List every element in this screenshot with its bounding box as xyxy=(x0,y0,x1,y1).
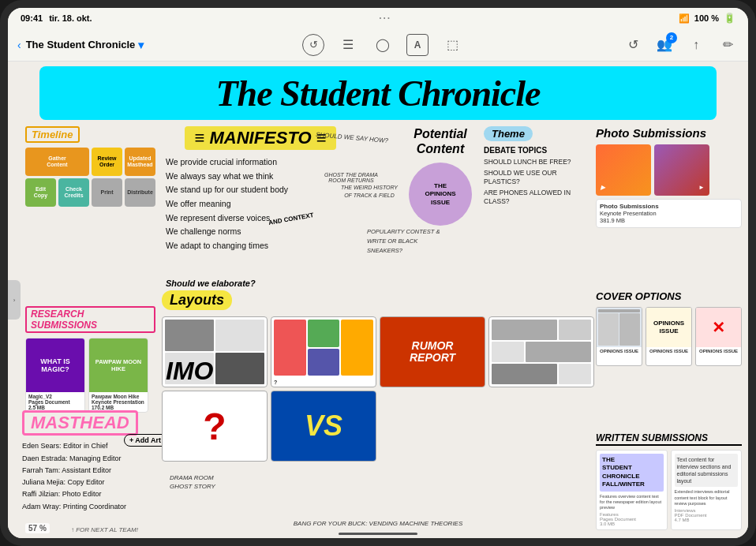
title-text: The Student Chronicle xyxy=(216,73,541,114)
cover-options-section: COVER OPTIONS OPINIONS ISSUE xyxy=(596,290,742,366)
debate-item-2: SHOULD WE USE OUR PLASTICS? xyxy=(484,169,594,186)
written-card-1-info: FeaturesPages Document3.0 MB xyxy=(600,512,664,526)
timeline-updated: UpdatedMasthead xyxy=(125,148,155,176)
photo-thumb-1[interactable]: ▶ xyxy=(596,144,651,196)
history-button[interactable]: ↺ xyxy=(622,34,644,56)
collaborate-button[interactable]: 👥 2 xyxy=(653,34,676,56)
nav-bar: ‹ The Student Chronicle ▾ ↺ ☰ ◯ A ⬚ ↺ 👥 … xyxy=(8,28,748,62)
status-bar: 09:41 tir. 18. okt. ··· 📶 100 % 🔋 xyxy=(8,8,748,28)
nav-right-icons: ↺ 👥 2 ↑ ✏ xyxy=(622,34,739,56)
manifesto-line-5: We represent diverse voices xyxy=(166,212,355,224)
sidebar-toggle[interactable]: › xyxy=(8,280,21,320)
debate-item-3: ARE PHONES ALLOWED IN CLASS? xyxy=(484,189,594,206)
share-button[interactable]: ↑ xyxy=(685,34,707,56)
cover-2-label: OPINIONS ISSUE xyxy=(646,347,691,356)
manifesto-line-6: We challenge norms xyxy=(166,226,355,237)
ghost-story-note: GHOST THE DRAMA ROOM RETURNS xyxy=(324,172,379,183)
layout-card-imo[interactable]: IMO xyxy=(162,316,268,387)
written-card-1[interactable]: THESTUDENTCHRONICLEFALL/WINTER Features … xyxy=(596,450,668,530)
weird-history-note: THE WEIRD HISTORY OF TRACK & FIELD xyxy=(338,184,401,200)
layout-card-small1[interactable] xyxy=(488,316,594,387)
layout-card-vs[interactable]: VS xyxy=(271,391,376,462)
photo-title: Photo Submissions xyxy=(596,126,742,140)
timeline-grid: GatherContent ReviewOrder UpdatedMasthea… xyxy=(25,148,155,207)
imo-text: IMO xyxy=(166,358,213,383)
research-cards: WHAT IS MAGIC? Magic_V2Pages Document2.5… xyxy=(25,338,155,413)
pencil-button[interactable]: ✏ xyxy=(717,34,739,56)
photo-thumb-2[interactable]: ► xyxy=(654,144,709,196)
manifesto-title: ≡ MANIFESTO ≡ xyxy=(185,126,335,150)
battery-icon: 🔋 xyxy=(724,13,735,24)
layout-card-rumor[interactable]: RUMORREPORT xyxy=(380,316,485,387)
text-button[interactable]: A xyxy=(406,34,429,56)
written-card-1-header: THESTUDENTCHRONICLEFALL/WINTER xyxy=(600,454,664,492)
written-card-2-header: Text content for interview sections and … xyxy=(675,454,739,487)
layout-card-question[interactable]: ? xyxy=(162,391,268,462)
dropdown-chevron-icon[interactable]: ▾ xyxy=(138,39,144,51)
document-title: The Student Chronicle ▾ xyxy=(26,39,144,51)
written-card-2-body: Extended interviews editorial content te… xyxy=(675,489,739,506)
photo-submissions-section: Photo Submissions ▶ ► Photo Submissions … xyxy=(596,126,742,228)
timeline-check: CheckCredits xyxy=(58,178,89,207)
opinions-bubble: THEOPINIONSISSUE xyxy=(409,163,472,226)
theme-section: Theme DEBATE TOPICS SHOULD LUNCH BE FREE… xyxy=(484,126,594,208)
photo-card-1-title: Photo Submissions xyxy=(600,203,738,210)
written-title: WRITTEN SUBMISSIONS xyxy=(596,432,742,446)
manifesto-line-3: We stand up for our student body xyxy=(166,184,355,196)
time: 09:41 xyxy=(21,13,43,23)
photo-card-1-type: Keynote Presentation xyxy=(600,210,738,217)
undo-button[interactable]: ↺ xyxy=(302,34,324,56)
chevron-left-icon: ‹ xyxy=(17,39,21,51)
research-card-1-img: WHAT IS MAGIC? xyxy=(26,338,84,392)
zoom-indicator: 57 % xyxy=(25,523,50,533)
wifi-icon: 📶 xyxy=(679,13,690,24)
back-button[interactable]: ‹ xyxy=(17,39,21,51)
chevron-right-icon: › xyxy=(13,297,16,304)
written-card-2[interactable]: Text content for interview sections and … xyxy=(671,450,743,530)
timeline-section: Timeline GatherContent ReviewOrder Updat… xyxy=(25,126,155,207)
photo-thumbnails: ▶ ► xyxy=(596,144,742,196)
toolbar-dots: ··· xyxy=(379,13,391,24)
cover-thumbs: OPINIONS ISSUE OPINIONSISSUE OPINIONS IS… xyxy=(596,307,742,366)
status-right: 📶 100 % 🔋 xyxy=(679,13,735,24)
home-indicator xyxy=(339,533,417,535)
timeline-review: ReviewOrder xyxy=(92,148,122,176)
title-banner: The Student Chronicle xyxy=(39,66,717,120)
timeline-print: Print xyxy=(92,178,122,207)
timeline-gather: GatherContent xyxy=(25,148,89,176)
theme-label: Theme xyxy=(484,126,533,141)
bottom-caption: BANG FOR YOUR BUCK: VENDING MACHINE THEO… xyxy=(294,520,463,527)
research-card-2-img: PAWPAW MOON HIKE xyxy=(89,338,148,392)
team-note: ↑ FOR NEXT AL TEAM! xyxy=(71,526,138,533)
manifesto-section: ≡ MANIFESTO ≡ We provide crucial informa… xyxy=(166,126,355,254)
research-card-1-info: Magic_V2Pages Document2.5 MB xyxy=(26,392,84,412)
photo-card-1: Photo Submissions Keynote Presentation 3… xyxy=(596,199,742,228)
layout-card-colorful[interactable]: ? xyxy=(271,316,376,387)
manifesto-line-7: We adapt to changing times xyxy=(166,240,355,252)
elaborate-annotation: Should we elaborate? xyxy=(166,279,256,288)
question-mark-symbol: ? xyxy=(163,391,267,461)
nav-center-icons: ↺ ☰ ◯ A ⬚ xyxy=(302,34,463,56)
photo-card-1-size: 381.9 MB xyxy=(600,217,738,224)
shapes-button[interactable]: ◯ xyxy=(372,34,394,56)
date: tir. 18. okt. xyxy=(49,13,92,23)
debate-title: DEBATE TOPICS xyxy=(484,146,594,155)
colorful-label: ? xyxy=(271,378,376,387)
written-submissions-section: WRITTEN SUBMISSIONS THESTUDENTCHRONICLEF… xyxy=(596,432,742,530)
vs-text: VS xyxy=(271,391,376,461)
cover-thumb-2[interactable]: OPINIONSISSUE OPINIONS ISSUE xyxy=(646,307,692,366)
manifesto-line-1: We provide crucial information xyxy=(166,156,355,168)
cover-thumb-3[interactable]: ✕ OPINIONS ISSUE xyxy=(695,307,742,366)
cover-thumb-1[interactable]: OPINIONS ISSUE xyxy=(596,307,642,366)
research-card-1[interactable]: WHAT IS MAGIC? Magic_V2Pages Document2.5… xyxy=(25,338,85,413)
media-button[interactable]: ⬚ xyxy=(441,34,463,56)
cover-options-title: COVER OPTIONS xyxy=(596,290,742,302)
document-view-button[interactable]: ☰ xyxy=(337,34,359,56)
cover-1-label: OPINIONS ISSUE xyxy=(597,347,642,356)
timeline-label: Timeline xyxy=(25,126,80,143)
status-left: 09:41 tir. 18. okt. xyxy=(21,13,92,23)
research-card-2[interactable]: PAWPAW MOON HIKE Pawpaw Moon HikeKeynote… xyxy=(88,338,148,413)
cover-3-label: OPINIONS ISSUE xyxy=(696,347,741,356)
layouts-grid: IMO ? xyxy=(162,316,594,462)
rumor-text: RUMORREPORT xyxy=(410,340,455,365)
